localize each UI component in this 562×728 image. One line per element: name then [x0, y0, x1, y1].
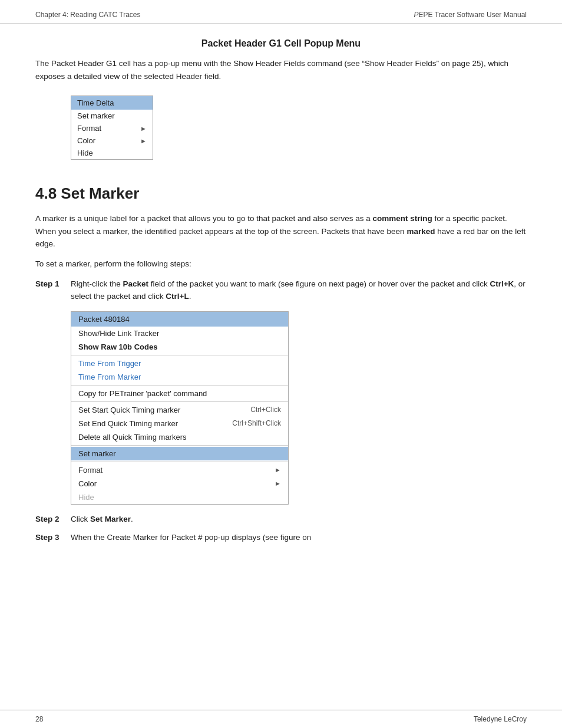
header-left: Chapter 4: Reading CATC Traces — [35, 11, 141, 19]
large-menu-arrow-format: ► — [275, 466, 281, 473]
small-menu-header: Time Delta — [71, 96, 153, 110]
section1-body: The Packet Header G1 cell has a pop-up m… — [35, 57, 527, 83]
label-showraw: Show Raw 10b Codes — [78, 342, 157, 351]
large-menu-header-text: Packet 480184 — [78, 315, 130, 324]
large-menu-item-hide: Hide — [71, 490, 288, 504]
small-menu-label-format: Format — [77, 124, 101, 133]
label-format: Format — [78, 466, 103, 475]
chapter-header: 4.8 Set Marker — [35, 185, 527, 203]
large-menu-item-setstartquick[interactable]: Set Start Quick Timing marker Ctrl+Click — [71, 403, 288, 417]
small-menu-item-format[interactable]: Format ► — [71, 122, 153, 134]
label-setmarker: Set marker — [78, 449, 116, 458]
header-right: PEPE Tracer Software User Manual — [414, 11, 527, 19]
large-menu-item-deleteallquick[interactable]: Delete all Quick Timing markers — [71, 430, 288, 444]
label-color: Color — [78, 479, 97, 488]
small-menu-item-color[interactable]: Color ► — [71, 134, 153, 147]
label-timefromtrigger: Time From Trigger — [78, 359, 141, 368]
label-timefrommarker: Time From Marker — [78, 373, 141, 381]
large-menu-item-setendquick[interactable]: Set End Quick Timing marker Ctrl+Shift+C… — [71, 417, 288, 430]
step1-label: Step 1 — [35, 278, 71, 303]
large-menu-item-color[interactable]: Color ► — [71, 477, 288, 490]
section1-title: Packet Header G1 Cell Popup Menu — [35, 38, 527, 49]
divider1 — [71, 355, 288, 355]
page: Chapter 4: Reading CATC Traces PEPE Trac… — [0, 0, 562, 728]
small-menu-label-hide: Hide — [77, 149, 93, 157]
step1: Step 1 Right-click the Packet field of t… — [35, 278, 527, 303]
large-menu-item-copyforpe[interactable]: Copy for PETrainer 'packet' command — [71, 387, 288, 400]
large-menu-arrow-color: ► — [275, 480, 281, 487]
small-context-menu: Time Delta Set marker Format ► Color ► H… — [71, 95, 153, 160]
shortcut-setendquick: Ctrl+Shift+Click — [232, 419, 281, 427]
shortcut-setstartquick: Ctrl+Click — [250, 406, 281, 414]
large-menu-header: Packet 480184 — [71, 312, 288, 327]
large-menu-item-showhide[interactable]: Show/Hide Link Tracker — [71, 327, 288, 340]
large-menu-item-timefromtrigger[interactable]: Time From Trigger — [71, 357, 288, 370]
label-setstartquick: Set Start Quick Timing marker — [78, 406, 180, 414]
small-menu-label-setmarker: Set marker — [77, 111, 115, 120]
label-showhide: Show/Hide Link Tracker — [78, 329, 159, 338]
step1-content: Right-click the Packet field of the pack… — [71, 278, 527, 303]
footer-company: Teledyne LeCroy — [474, 715, 527, 723]
small-menu-arrow-format: ► — [140, 125, 147, 132]
step3-label: Step 3 — [35, 531, 71, 544]
step2-label: Step 2 — [35, 513, 71, 526]
label-deleteallquick: Delete all Quick Timing markers — [78, 433, 187, 442]
small-menu-arrow-color: ► — [140, 137, 147, 144]
step2-content: Click Set Marker. — [71, 513, 527, 526]
step3-content: When the Create Marker for Packet # pop-… — [71, 531, 527, 544]
divider3 — [71, 401, 288, 402]
small-menu-item-setmarker[interactable]: Set marker — [71, 110, 153, 122]
large-menu-item-format[interactable]: Format ► — [71, 463, 288, 477]
section2-intro: A marker is a unique label for a packet … — [35, 212, 527, 251]
divider4 — [71, 445, 288, 446]
small-menu-label-color: Color — [77, 136, 95, 145]
step3: Step 3 When the Create Marker for Packet… — [35, 531, 527, 544]
large-context-menu: Packet 480184 Show/Hide Link Tracker Sho… — [71, 311, 289, 505]
page-footer: 28 Teledyne LeCroy — [0, 710, 562, 728]
main-content: Packet Header G1 Cell Popup Menu The Pac… — [0, 24, 562, 585]
footer-page-number: 28 — [35, 715, 43, 723]
large-menu-item-showraw[interactable]: Show Raw 10b Codes — [71, 340, 288, 354]
label-setendquick: Set End Quick Timing marker — [78, 419, 178, 428]
small-menu-item-hide[interactable]: Hide — [71, 147, 153, 159]
divider5 — [71, 462, 288, 462]
large-menu-item-timefrommarker[interactable]: Time From Marker — [71, 370, 288, 384]
label-hide: Hide — [78, 493, 94, 502]
page-header: Chapter 4: Reading CATC Traces PEPE Trac… — [0, 0, 562, 24]
divider2 — [71, 385, 288, 386]
step2: Step 2 Click Set Marker. — [35, 513, 527, 526]
label-copyforpe: Copy for PETrainer 'packet' command — [78, 389, 207, 398]
step-intro: To set a marker, perform the following s… — [35, 258, 527, 271]
large-menu-item-setmarker[interactable]: Set marker — [71, 447, 288, 460]
